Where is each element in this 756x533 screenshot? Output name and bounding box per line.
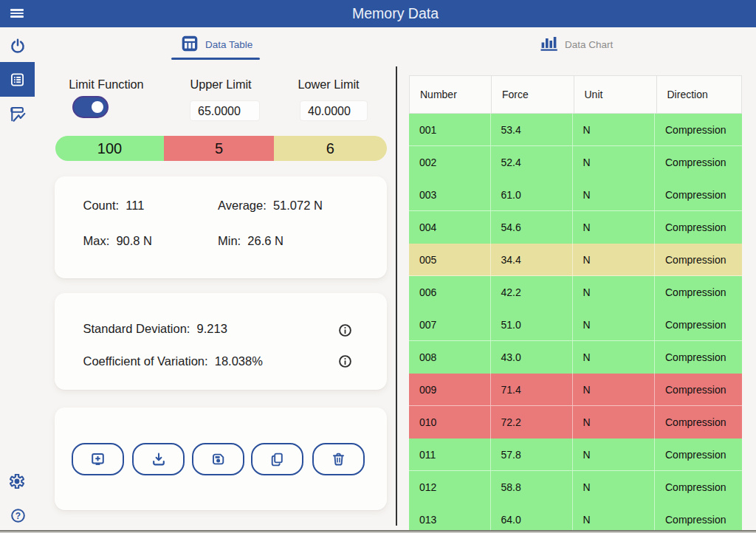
svg-text:?: ? [15, 510, 20, 520]
